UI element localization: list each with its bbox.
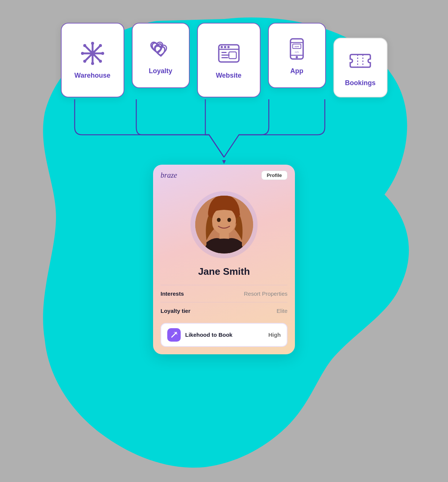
svg-line-39 <box>172 333 175 337</box>
svg-point-8 <box>101 52 104 55</box>
bookings-icon <box>347 48 373 75</box>
likelihood-field: Likehood to Book High <box>161 323 287 347</box>
svg-rect-21 <box>229 52 236 59</box>
svg-line-43 <box>176 332 176 333</box>
sources-row: Warehouse Loyalty <box>46 23 402 97</box>
svg-point-36 <box>227 218 231 222</box>
svg-point-5 <box>91 42 94 45</box>
svg-point-34 <box>212 208 236 234</box>
svg-rect-18 <box>221 52 227 53</box>
interests-value: Resort Properties <box>244 290 287 297</box>
warehouse-label: Warehouse <box>74 72 110 80</box>
app-label: App <box>290 67 304 75</box>
loyalty-tier-field: Loyalty tier Elite <box>161 302 287 319</box>
svg-point-17 <box>227 46 230 48</box>
svg-point-9 <box>83 44 86 47</box>
source-card-loyalty: Loyalty <box>132 23 190 88</box>
likelihood-value: High <box>268 332 281 338</box>
profile-name: Jane Smith <box>153 266 295 277</box>
likelihood-label: Likehood to Book <box>185 332 268 338</box>
profile-card: braze Profile <box>153 165 295 354</box>
braze-logo: braze <box>161 171 177 180</box>
source-card-warehouse: Warehouse <box>61 23 124 97</box>
svg-point-11 <box>83 60 86 63</box>
bookings-label: Bookings <box>345 79 376 87</box>
svg-point-4 <box>90 51 95 56</box>
website-icon <box>216 40 242 68</box>
avatar-ring <box>190 191 258 258</box>
svg-point-6 <box>91 62 94 65</box>
svg-point-7 <box>81 52 84 55</box>
app-icon: APP </> <box>284 36 310 63</box>
likelihood-icon-wrap <box>167 328 181 342</box>
content-wrapper: Warehouse Loyalty <box>26 8 422 475</box>
svg-point-16 <box>224 46 226 48</box>
svg-point-45 <box>174 332 175 333</box>
loyalty-label: Loyalty <box>149 67 172 75</box>
avatar <box>195 196 253 254</box>
svg-point-35 <box>217 218 221 222</box>
wand-icon <box>170 331 178 339</box>
svg-point-25 <box>296 56 298 58</box>
main-container: Warehouse Loyalty <box>26 8 422 475</box>
loyalty-tier-key: Loyalty tier <box>161 308 190 314</box>
svg-point-15 <box>221 46 223 48</box>
svg-point-44 <box>175 333 176 334</box>
profile-card-header: braze Profile <box>153 165 295 184</box>
source-card-bookings: Bookings <box>333 38 388 97</box>
profile-fields: Interests Resort Properties Loyalty tier… <box>153 285 295 319</box>
svg-text:APP: APP <box>295 46 299 48</box>
profile-badge: Profile <box>261 171 287 180</box>
svg-rect-20 <box>221 57 228 58</box>
svg-point-46 <box>176 332 177 333</box>
interests-field: Interests Resort Properties <box>161 285 287 302</box>
profile-avatar-section <box>153 184 295 262</box>
svg-point-47 <box>177 334 177 335</box>
svg-marker-31 <box>222 160 226 164</box>
loyalty-icon <box>147 36 174 63</box>
connecting-lines <box>26 97 422 165</box>
warehouse-icon <box>80 40 106 68</box>
interests-key: Interests <box>161 290 184 297</box>
source-card-app: APP </> App <box>268 23 326 88</box>
loyalty-tier-value: Elite <box>277 308 287 314</box>
website-label: Website <box>216 72 242 80</box>
svg-rect-37 <box>220 232 229 240</box>
svg-text:</>: </> <box>295 50 299 54</box>
svg-point-12 <box>99 60 102 63</box>
source-card-website: Website <box>197 23 261 97</box>
svg-rect-19 <box>221 55 230 56</box>
svg-point-10 <box>99 44 102 47</box>
